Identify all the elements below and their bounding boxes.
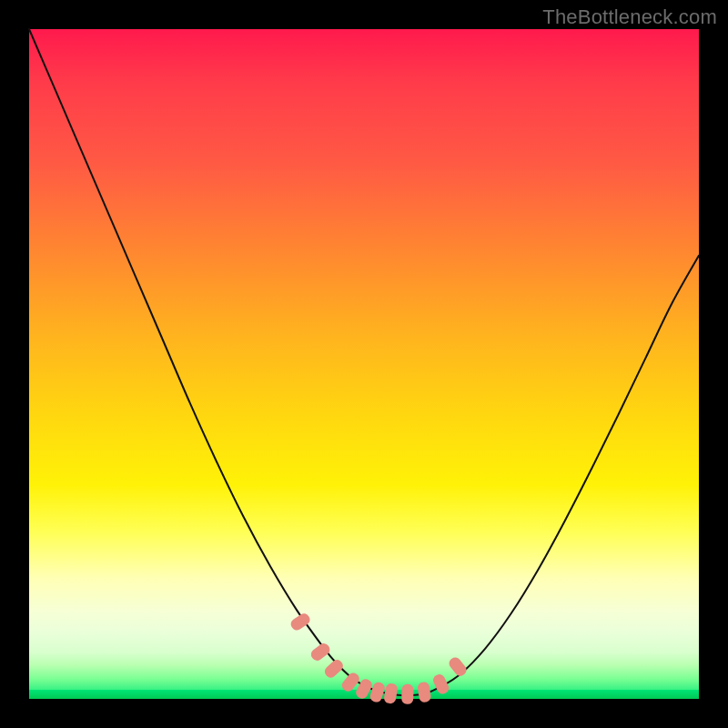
trough-marker-shape — [417, 682, 431, 703]
trough-marker — [322, 658, 345, 680]
trough-marker — [401, 684, 414, 704]
trough-marker-shape — [383, 682, 399, 704]
bottleneck-curve — [29, 29, 699, 695]
chart-svg — [29, 29, 699, 699]
trough-markers-group — [288, 612, 469, 704]
trough-marker — [447, 655, 469, 678]
trough-marker-shape — [401, 684, 414, 704]
trough-marker — [383, 682, 399, 704]
trough-marker — [431, 672, 450, 695]
plot-area — [29, 29, 699, 699]
watermark-text: TheBottleneck.com — [542, 5, 717, 29]
chart-frame: TheBottleneck.com — [0, 0, 728, 728]
trough-marker — [417, 682, 431, 703]
trough-marker-shape — [322, 658, 345, 680]
trough-marker-shape — [447, 655, 469, 678]
trough-marker-shape — [431, 672, 450, 695]
